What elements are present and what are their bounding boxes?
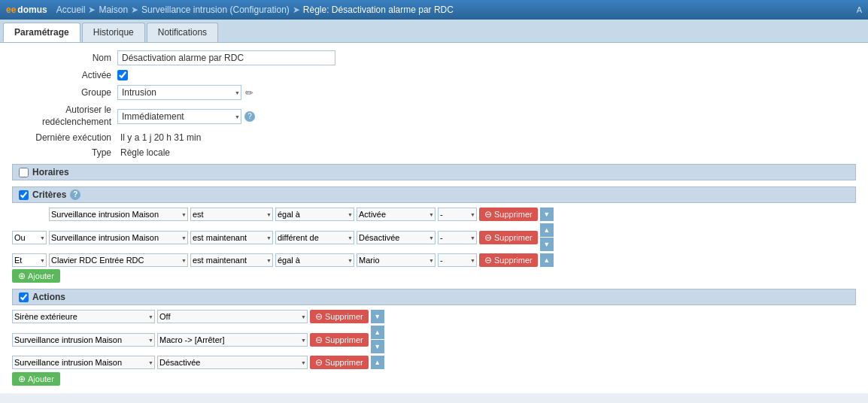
criteria-value-3[interactable]: Mario xyxy=(357,253,436,267)
breadcrumb-arrow-3: ➤ xyxy=(293,5,300,15)
action-row-2: Surveillance intrusion Maison Macro -> [… xyxy=(12,326,856,353)
activee-row: Activée xyxy=(12,70,856,80)
type-label: Type xyxy=(12,147,117,158)
action-value-2[interactable]: Macro -> [Arrêter] xyxy=(157,333,308,347)
criteria-value-1[interactable]: Activée xyxy=(357,208,436,221)
autoriser-help-icon[interactable]: ? xyxy=(244,111,255,122)
action-value-2-wrapper: Macro -> [Arrêter] xyxy=(157,333,308,347)
groupe-row: Groupe Intrusion ✏ xyxy=(12,85,856,100)
breadcrumb-maison[interactable]: Maison xyxy=(99,5,128,15)
criteria-comparator-3[interactable]: égal à xyxy=(275,253,354,267)
criteria-condition-3[interactable]: est maintenant xyxy=(190,253,273,267)
derniere-exec-row: Dernière exécution Il y a 1 j 20 h 31 mi… xyxy=(12,132,856,143)
criteria-ajouter-wrapper: Ajouter xyxy=(12,269,856,283)
criteria-comparator-2[interactable]: différent de xyxy=(275,231,354,244)
criteria-supprimer-1[interactable]: Supprimer xyxy=(479,208,538,221)
criteres-help-icon[interactable]: ? xyxy=(70,189,80,200)
breadcrumb-arrow-2: ➤ xyxy=(131,5,138,15)
criteria-move-btns-2: ▲ ▼ xyxy=(540,223,554,251)
help-icon[interactable]: A xyxy=(857,5,862,14)
horaires-checkbox[interactable] xyxy=(19,168,29,177)
nom-input[interactable] xyxy=(117,50,335,65)
groupe-select[interactable]: Intrusion xyxy=(117,85,241,100)
criteria-connector-3-wrapper: Et xyxy=(12,253,47,267)
criteria-comparator-3-wrapper: égal à xyxy=(275,253,354,267)
criteria-comparator-1-wrapper: égal à xyxy=(275,208,354,221)
autoriser-select[interactable]: Immédiatement xyxy=(117,109,241,124)
horaires-section: Horaires xyxy=(12,164,856,180)
action-move-down-2[interactable]: ▼ xyxy=(371,340,384,353)
action-device-2-wrapper: Surveillance intrusion Maison xyxy=(12,333,155,347)
action-supprimer-1[interactable]: Supprimer xyxy=(310,310,369,323)
action-move-up-2[interactable]: ▲ xyxy=(371,326,384,339)
criteria-device-2-wrapper: Surveillance intrusion Maison xyxy=(49,231,188,244)
criteria-supprimer-2[interactable]: Supprimer xyxy=(479,231,538,244)
logo-ee: ee xyxy=(6,5,16,15)
criteria-move-up-3[interactable]: ▲ xyxy=(540,253,554,267)
tab-historique[interactable]: Historique xyxy=(82,23,145,42)
criteria-device-3[interactable]: Clavier RDC Entrée RDC xyxy=(49,253,188,267)
criteria-value-2[interactable]: Désactivée xyxy=(357,231,436,244)
action-value-1-wrapper: Off xyxy=(157,310,308,323)
nom-label: Nom xyxy=(12,53,117,63)
criteres-checkbox[interactable] xyxy=(19,190,29,200)
nom-row: Nom xyxy=(12,50,856,65)
criteria-device-3-wrapper: Clavier RDC Entrée RDC xyxy=(49,253,188,267)
criteria-device-1[interactable]: Surveillance intrusion Maison xyxy=(49,208,188,221)
activee-label: Activée xyxy=(12,70,117,80)
criteria-row-3: Et Clavier RDC Entrée RDC est maintenant… xyxy=(12,253,856,267)
action-value-3[interactable]: Désactivée xyxy=(157,356,308,369)
criteria-dash-2-wrapper: - xyxy=(438,231,477,244)
groupe-label: Groupe xyxy=(12,87,117,98)
logo: eedomus xyxy=(6,5,47,15)
breadcrumb-arrow-1: ➤ xyxy=(88,5,96,15)
criteria-supprimer-3[interactable]: Supprimer xyxy=(479,253,538,267)
derniere-exec-label: Dernière exécution xyxy=(12,132,117,143)
action-supprimer-3[interactable]: Supprimer xyxy=(310,356,369,369)
action-device-3[interactable]: Surveillance intrusion Maison xyxy=(12,356,155,369)
criteria-connector-2-wrapper: Ou xyxy=(12,231,47,244)
criteria-value-3-wrapper: Mario xyxy=(357,253,436,267)
criteria-connector-2[interactable]: Ou xyxy=(12,231,47,244)
criteria-move-up-2[interactable]: ▲ xyxy=(540,223,554,237)
criteria-move-down-1[interactable]: ▼ xyxy=(540,208,554,221)
breadcrumb-accueil[interactable]: Accueil xyxy=(56,5,86,15)
tab-parametrage[interactable]: Paramétrage xyxy=(3,23,80,42)
action-device-1-wrapper: Sirène extérieure xyxy=(12,310,155,323)
criteres-label: Critères xyxy=(32,189,66,200)
action-move-up-3[interactable]: ▲ xyxy=(371,356,384,369)
criteria-comparator-2-wrapper: différent de xyxy=(275,231,354,244)
criteria-dash-2[interactable]: - xyxy=(438,231,477,244)
activee-checkbox[interactable] xyxy=(117,70,128,80)
criteria-condition-2[interactable]: est maintenant xyxy=(190,231,273,244)
criteria-dash-1[interactable]: - xyxy=(438,208,477,221)
autoriser-label: Autoriser le redéclenchement xyxy=(12,105,117,128)
action-supprimer-2[interactable]: Supprimer xyxy=(310,333,369,347)
action-move-down-1[interactable]: ▼ xyxy=(371,310,384,323)
criteria-ajouter-button[interactable]: Ajouter xyxy=(12,269,60,283)
breadcrumb: Accueil ➤ Maison ➤ Surveillance intrusio… xyxy=(56,5,857,15)
criteria-device-2[interactable]: Surveillance intrusion Maison xyxy=(49,231,188,244)
type-row: Type Règle locale xyxy=(12,147,856,158)
breadcrumb-surveillance[interactable]: Surveillance intrusion (Configuration) xyxy=(141,5,290,15)
criteria-comparator-1[interactable]: égal à xyxy=(275,208,354,221)
action-device-1[interactable]: Sirène extérieure xyxy=(12,310,155,323)
action-value-3-wrapper: Désactivée xyxy=(157,356,308,369)
criteria-condition-1[interactable]: est xyxy=(190,208,273,221)
action-device-2[interactable]: Surveillance intrusion Maison xyxy=(12,333,155,347)
criteria-connector-3[interactable]: Et xyxy=(12,253,47,267)
groupe-edit-icon[interactable]: ✏ xyxy=(245,87,253,98)
action-ajouter-button[interactable]: Ajouter xyxy=(12,372,60,386)
action-move-btns-2: ▲ ▼ xyxy=(371,326,384,353)
action-row-1: Sirène extérieure Off Supprimer ▼ xyxy=(12,310,856,323)
tab-notifications[interactable]: Notifications xyxy=(147,23,218,42)
type-value: Règle locale xyxy=(120,147,170,158)
action-value-1[interactable]: Off xyxy=(157,310,308,323)
criteria-dash-3[interactable]: - xyxy=(438,253,477,267)
criteria-device-1-wrapper: Surveillance intrusion Maison xyxy=(49,208,188,221)
actions-section-header: Actions xyxy=(12,289,856,305)
horaires-label: Horaires xyxy=(32,167,69,177)
criteria-move-down-2[interactable]: ▼ xyxy=(540,238,554,251)
actions-checkbox[interactable] xyxy=(19,292,29,302)
action-device-3-wrapper: Surveillance intrusion Maison xyxy=(12,356,155,369)
